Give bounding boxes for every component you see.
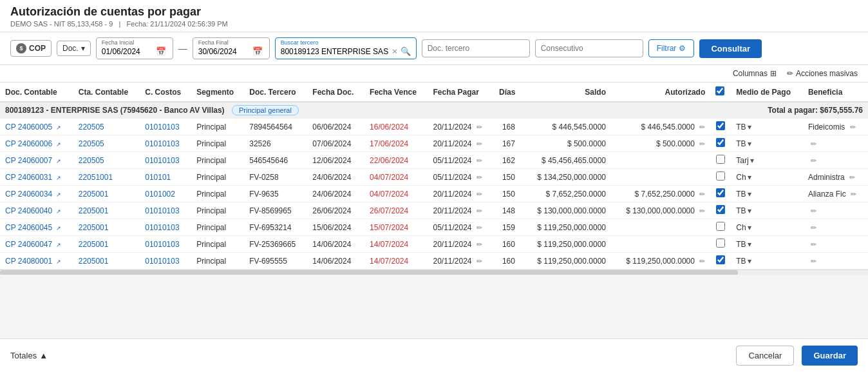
fecha-pagar-cell: 20/11/2024 ✏ [428, 186, 493, 202]
doc-contable-link[interactable]: CP 24080001 [5, 257, 52, 266]
consecutivo-input[interactable] [535, 39, 643, 57]
cta-contable-link[interactable]: 220505 [79, 122, 104, 132]
edit-beneficia-icon[interactable]: ✏ [849, 173, 855, 181]
row-checkbox[interactable] [716, 255, 725, 264]
cta-contable-cell: 220505 [73, 135, 140, 152]
doc-contable-link[interactable]: CP 24060005 [5, 122, 52, 132]
edit-autorizado-icon[interactable]: ✏ [699, 190, 705, 198]
cta-contable-link[interactable]: 22051001 [79, 173, 113, 182]
c-costos-link[interactable]: 01010103 [145, 206, 179, 215]
medio-pago-cell: TB ▾ [731, 135, 803, 152]
doc-contable-link[interactable]: CP 24060034 [5, 190, 52, 199]
edit-fecha-pagar-icon[interactable]: ✏ [476, 157, 482, 164]
edit-autorizado-icon[interactable]: ✏ [699, 123, 705, 131]
table-row: CP 24060045 ↗ 2205001 01010103 Principal… [0, 219, 868, 236]
chevron-down-icon[interactable]: ▾ [748, 190, 751, 199]
doc-contable-link[interactable]: CP 24060031 [5, 173, 52, 182]
filtrar-button[interactable]: Filtrar ⚙ [648, 39, 695, 57]
select-all-checkbox[interactable] [715, 86, 724, 95]
col-cta-contable: Cta. Contable [73, 83, 140, 102]
cta-contable-link[interactable]: 2205001 [79, 190, 109, 199]
search-icon[interactable]: 🔍 [401, 46, 411, 56]
doc-tercero-input[interactable] [422, 39, 530, 57]
row-checkbox[interactable] [716, 171, 725, 181]
cta-contable-link[interactable]: 220505 [79, 156, 104, 165]
edit-beneficia-icon[interactable]: ✏ [811, 140, 816, 148]
edit-autorizado-icon[interactable]: ✏ [699, 257, 705, 265]
fecha-inicial-input[interactable] [102, 47, 153, 56]
c-costos-link[interactable]: 01010103 [145, 223, 179, 232]
fecha-doc-cell: 14/06/2024 [307, 236, 364, 253]
edit-fecha-pagar-icon[interactable]: ✏ [476, 140, 482, 148]
edit-autorizado-icon[interactable]: ✏ [699, 207, 705, 215]
row-checkbox[interactable] [716, 155, 725, 164]
row-checkbox[interactable] [716, 121, 725, 130]
c-costos-link[interactable]: 010101 [145, 173, 171, 182]
edit-fecha-pagar-icon[interactable]: ✏ [476, 173, 482, 181]
buscar-tercero-input[interactable] [281, 47, 389, 56]
chevron-down-icon[interactable]: ▾ [748, 240, 751, 249]
fecha-inicial-label: Fecha Inicial [102, 39, 167, 46]
cta-contable-link[interactable]: 220505 [79, 139, 104, 148]
dias-cell: 168 [494, 119, 524, 135]
cta-contable-link[interactable]: 2205001 [79, 223, 109, 232]
doc-contable-cell: CP 24080001 ↗ [0, 253, 73, 269]
chevron-down-icon[interactable]: ▾ [748, 206, 751, 215]
edit-fecha-pagar-icon[interactable]: ✏ [476, 224, 482, 231]
clear-tercero-button[interactable]: ✕ [392, 47, 398, 56]
consultar-button[interactable]: Consultar [699, 39, 762, 58]
chevron-down-icon[interactable]: ▾ [748, 173, 751, 182]
c-costos-link[interactable]: 01010103 [145, 257, 179, 266]
edit-beneficia-icon[interactable]: ✏ [851, 190, 856, 198]
acciones-masivas-button[interactable]: ✏ Acciones masivas [787, 69, 858, 78]
edit-beneficia-icon[interactable]: ✏ [811, 240, 816, 248]
calendar-icon[interactable]: 📅 [156, 46, 166, 56]
autorizado-cell: $ 119,250,000.0000 ✏ [611, 253, 710, 269]
calendar-icon-end[interactable]: 📅 [252, 46, 263, 56]
currency-selector[interactable]: $ COP [10, 40, 52, 57]
doc-contable-link[interactable]: CP 24060006 [5, 139, 52, 148]
col-segmento: Segmento [191, 83, 244, 102]
chevron-down-icon[interactable]: ▾ [748, 223, 751, 232]
fecha-final-input[interactable] [198, 47, 250, 56]
horizontal-scrollbar[interactable] [0, 269, 868, 275]
columns-button[interactable]: Columnas ⊞ [733, 69, 777, 78]
c-costos-link[interactable]: 01010103 [145, 240, 179, 249]
edit-beneficia-icon[interactable]: ✏ [811, 207, 816, 215]
c-costos-link[interactable]: 01010103 [145, 156, 179, 165]
edit-fecha-pagar-icon[interactable]: ✏ [476, 257, 482, 265]
cta-contable-link[interactable]: 2205001 [79, 206, 109, 215]
doc-contable-link[interactable]: CP 24060047 [5, 240, 52, 249]
doc-contable-link[interactable]: CP 24060040 [5, 206, 52, 215]
edit-fecha-pagar-icon[interactable]: ✏ [476, 207, 482, 215]
chevron-down-icon[interactable]: ▾ [750, 156, 754, 165]
row-checkbox[interactable] [716, 239, 725, 248]
cta-contable-link[interactable]: 2205001 [79, 240, 109, 249]
doc-contable-link[interactable]: CP 24060045 [5, 223, 52, 232]
row-checkbox[interactable] [716, 205, 725, 214]
edit-autorizado-icon[interactable]: ✏ [699, 140, 705, 148]
chevron-down-icon[interactable]: ▾ [748, 122, 751, 132]
edit-fecha-pagar-icon[interactable]: ✏ [476, 190, 482, 198]
cta-contable-link[interactable]: 2205001 [79, 257, 109, 266]
c-costos-link[interactable]: 01010103 [145, 122, 179, 132]
edit-fecha-pagar-icon[interactable]: ✏ [476, 240, 482, 248]
chevron-down-icon[interactable]: ▾ [748, 139, 751, 148]
c-costos-link[interactable]: 0101002 [145, 190, 175, 199]
chevron-down-icon[interactable]: ▾ [748, 257, 751, 266]
edit-fecha-pagar-icon[interactable]: ✏ [476, 123, 482, 131]
c-costos-link[interactable]: 01010103 [145, 139, 179, 148]
doc-contable-link[interactable]: CP 24060007 [5, 156, 52, 165]
col-fecha-doc: Fecha Doc. [307, 83, 364, 102]
edit-beneficia-icon[interactable]: ✏ [811, 157, 816, 164]
row-checkbox[interactable] [716, 188, 725, 197]
row-checkbox[interactable] [716, 138, 725, 147]
medio-pago-cell: TB ▾ [731, 236, 803, 253]
edit-beneficia-icon[interactable]: ✏ [850, 123, 856, 131]
checkbox-cell [710, 253, 731, 269]
row-checkbox[interactable] [716, 222, 725, 231]
edit-beneficia-icon[interactable]: ✏ [811, 224, 816, 231]
edit-beneficia-icon[interactable]: ✏ [811, 257, 816, 265]
doc-type-selector[interactable]: Doc. ▾ [57, 41, 91, 56]
doc-tercero-cell: 7894564564 [244, 119, 307, 135]
